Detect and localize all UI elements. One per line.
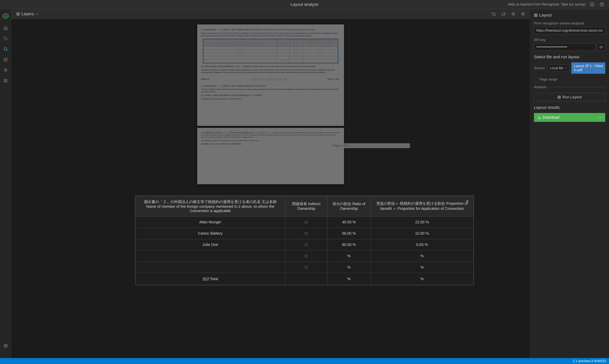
api-key-input[interactable] [534,43,595,51]
svg-rect-24 [534,16,536,17]
table-header-4: 受益の割合＝ 税税約の適用を受ける割合 Proportion of benefi… [371,196,474,216]
name-cell [135,250,285,261]
app-logo: FR [1,11,10,21]
analysis-label: Analysis [534,85,546,89]
analysis-row: Analysis [534,85,605,89]
table-header-2: 間接保有 Indirect Ownership [285,196,327,216]
table-header-3: 持分の割合 Ratio of Ownership [327,196,371,216]
redo-button[interactable] [500,10,507,18]
name-cell [135,261,285,273]
table-modal: ✕ 届出書の「２」の外国法人の株主等で税税約の適用を受ける者の氏名 又は名称 N… [135,195,474,285]
api-key-label: API key [534,38,605,42]
ratio-cell: % [327,273,371,285]
modal-table-container: 届出書の「２」の外国法人の株主等で税税約の適用を受ける者の氏名 又は名称 Nam… [135,196,474,285]
download-label: Download [542,115,559,120]
table-row: □ % % [135,250,474,261]
source-dropdown[interactable]: Local file [547,65,569,72]
undo-button[interactable] [490,10,498,18]
analysis-divider [549,87,605,87]
svg-marker-11 [4,79,7,81]
layers-dropdown[interactable]: Layers [14,10,40,17]
document-container: 主にを税収益 税収の「３」の外国法人の株主等で税税約の適用を受ける者の氏名 又は… [11,19,530,190]
checkbox-cell: □ [285,250,327,261]
app-container: FR Layers [0,0,609,364]
sidebar-item-lightning[interactable] [1,65,10,75]
sidebar-item-home[interactable] [1,23,10,33]
sidebar-item-layers[interactable] [1,76,10,85]
endpoint-label: Form recognizer service endpoint [534,21,605,25]
toolbar: Layers [11,9,530,19]
benefit-cell: % [371,273,474,285]
svg-point-12 [5,345,6,346]
monitor-icon[interactable] [589,1,595,8]
svg-point-25 [601,47,602,48]
svg-line-18 [524,14,525,15]
source-value: Local file [550,66,563,70]
version-label: 2.1-preview.3-dcfb033 [573,359,606,363]
help-text: Help us improve Form Recognizer. Take ou… [508,2,586,6]
layout-results-title: Layout results [534,105,605,110]
checkbox-cell: □ [285,228,327,239]
table-row: 合計Total % % [135,273,474,285]
svg-line-9 [6,50,7,51]
sidebar-item-settings[interactable] [1,341,10,351]
sidebar-item-compose[interactable] [1,55,10,64]
api-key-section: API key [534,38,605,51]
sidebar-item-analyze[interactable] [1,44,10,54]
file-name-display[interactable]: Layout JP 1 - Filled In.pdf [571,62,605,74]
status-bar: 2.1-preview.3-dcfb033 [0,358,609,364]
download-button[interactable]: Download [534,113,605,122]
svg-rect-21 [534,14,536,15]
download-chevron-icon [598,116,601,119]
svg-rect-28 [559,97,560,98]
benefit-cell: 10.00 % [371,228,474,239]
svg-rect-22 [536,14,537,15]
show-api-key-button[interactable] [597,43,605,51]
zoom-out-button[interactable] [510,10,517,18]
table-header-1: 届出書の「２」の外国法人の株主等で税税約の適用を受ける者の氏名 又は名称 Nam… [135,196,285,216]
question-icon[interactable] [598,1,605,8]
top-bar: Layout analyze Help us improve Form Reco… [0,0,609,9]
source-section: Source: Local file Layout JP 1 - Filled … [534,62,605,74]
svg-rect-26 [558,96,559,97]
table-row: Julie Doe □ 80.00 % 5.00 % [135,239,474,250]
svg-rect-0 [590,3,594,5]
source-row: Source: Local file Layout JP 1 - Filled … [534,62,605,74]
svg-marker-13 [16,12,20,14]
benefit-cell: 22.00 % [371,216,474,228]
right-panel: Layout Form recognizer service endpoint … [530,9,609,364]
expanded-table: 届出書の「２」の外国法人の株主等で税税約の適用を受ける者の氏名 又は名称 Nam… [135,196,474,285]
api-key-row [534,43,605,51]
checkbox-cell: □ [285,239,327,250]
endpoint-input[interactable] [534,27,605,34]
download-btn-left: Download [538,115,559,120]
sidebar-item-tag[interactable] [1,34,10,43]
benefit-cell: % [371,250,474,261]
source-label: Source: [534,66,546,70]
svg-rect-29 [558,97,559,98]
page-range-label: Page range: [540,78,558,81]
layers-label: Layers [21,12,34,16]
svg-line-15 [514,14,515,15]
main-content: 主にを税収益 税収の「３」の外国法人の株主等で税税約の適用を受ける者の氏名 又は… [11,19,530,364]
select-file-title: Select file and run layout [534,54,605,59]
name-cell: 合計Total [135,273,285,285]
checkbox-cell: □ [285,216,327,228]
modal-overlay: ✕ 届出書の「２」の外国法人の株主等で税税約の適用を受ける者の氏名 又は名称 N… [11,19,530,364]
modal-close-button[interactable]: ✕ [464,198,471,205]
svg-point-8 [4,48,7,50]
zoom-in-button[interactable] [519,10,527,18]
page-range-row: Page range: [534,78,605,81]
run-layout-button[interactable]: Run Layout [534,93,605,101]
checkbox-cell [285,273,327,285]
run-layout-label: Run Layout [562,95,582,99]
benefit-cell: 5.00 % [371,239,474,250]
ratio-cell: 56.00 % [327,228,371,239]
endpoint-section: Form recognizer service endpoint [534,21,605,34]
ratio-cell: 80.00 % [327,239,371,250]
svg-rect-23 [536,16,537,17]
page-range-checkbox[interactable] [534,78,538,81]
name-cell: Julie Doe [135,239,285,250]
benefit-cell: % [371,261,474,273]
ratio-cell: % [327,250,371,261]
